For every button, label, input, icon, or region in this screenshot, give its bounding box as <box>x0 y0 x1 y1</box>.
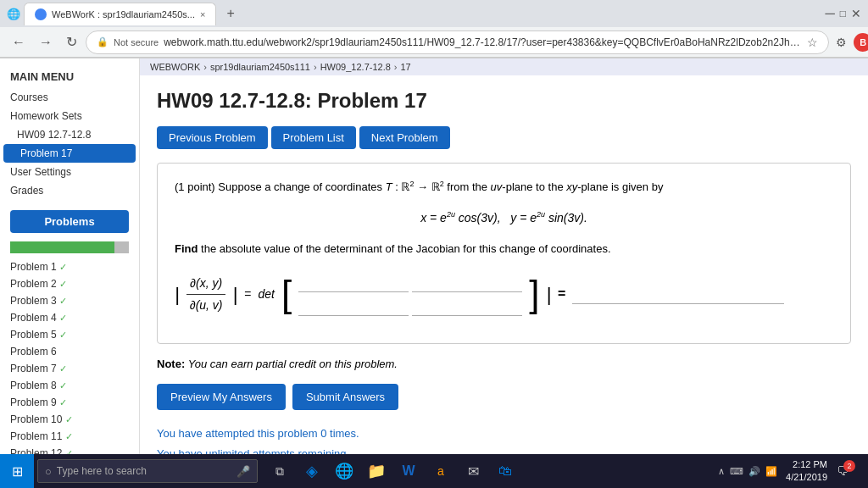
problem-list: Problem 1 ✓Problem 2 ✓Problem 3 ✓Problem… <box>0 258 139 460</box>
search-placeholder-text: Type here to search <box>57 465 231 477</box>
title-bar: 🌐 WeBWorK : spr19dlauriam2450s... × + ─ … <box>0 0 868 27</box>
extensions-button[interactable]: ⚙ <box>832 32 850 53</box>
sidebar-problem-item-3[interactable]: Problem 3 ✓ <box>0 292 139 309</box>
sidebar-problem-item-1[interactable]: Problem 1 ✓ <box>0 258 139 275</box>
keyboard-icon[interactable]: ⌨ <box>730 466 743 477</box>
tab-close-btn[interactable]: × <box>200 9 205 19</box>
browser-tab[interactable]: WeBWorK : spr19dlauriam2450s... × <box>24 3 216 25</box>
sidebar-item-hw09[interactable]: HW09 12.7-12.8 <box>0 125 139 144</box>
partial-denominator: ∂(u, v) <box>186 295 226 316</box>
sidebar-item-user-settings[interactable]: User Settings <box>0 163 139 181</box>
taskbar-pinned-icons: ⧉ ◈ 🌐 📁 W a ✉ 🛍 <box>264 454 520 488</box>
start-button[interactable]: ⊞ <box>0 454 34 488</box>
submit-button[interactable]: Submit Answers <box>292 384 398 410</box>
forward-button[interactable]: → <box>34 31 58 53</box>
restore-button[interactable]: □ <box>840 8 846 19</box>
back-button[interactable]: ← <box>7 31 31 53</box>
progress-fill <box>10 241 114 253</box>
matrix-input-3[interactable] <box>298 296 409 316</box>
bracket-right: ] <box>529 275 539 313</box>
answer-input[interactable] <box>572 284 784 304</box>
check-icon: ✓ <box>59 397 67 408</box>
close-button[interactable]: ✕ <box>851 7 861 20</box>
sidebar-problem-item-4[interactable]: Problem 4 ✓ <box>0 309 139 326</box>
abs-bar-right: | <box>233 278 238 312</box>
tab-favicon <box>35 8 47 20</box>
main-content-area: WEBWORK › spr19dlauriam2450s111 › HW09_1… <box>140 58 868 460</box>
address-bar[interactable]: 🔒 Not secure webwork.math.ttu.edu/webwor… <box>86 30 829 54</box>
sidebar-item-grades[interactable]: Grades <box>0 181 139 200</box>
problems-button[interactable]: Problems <box>10 210 129 233</box>
problem-list-button[interactable]: Problem List <box>271 126 356 149</box>
next-problem-button[interactable]: Next Problem <box>359 126 450 149</box>
speaker-icon[interactable]: 🔊 <box>748 466 760 477</box>
task-view-icon: ⧉ <box>275 464 284 479</box>
check-icon: ✓ <box>59 363 67 374</box>
check-icon: ✓ <box>59 380 67 391</box>
progress-bar-area <box>0 236 139 258</box>
main-menu-label: MAIN MENU <box>0 65 139 88</box>
microphone-icon: 🎤 <box>236 465 250 478</box>
notification-center-button[interactable]: 🗨 2 <box>836 454 861 488</box>
browser-nav-icons: ⚙ B ⋮ <box>832 32 868 53</box>
breadcrumb-item-3: HW09_12.7-12.8 <box>320 62 391 72</box>
sidebar-problem-item-2[interactable]: Problem 2 ✓ <box>0 275 139 292</box>
sidebar-item-homework[interactable]: Homework Sets <box>0 107 139 125</box>
task-view-button[interactable]: ⧉ <box>264 454 295 488</box>
matrix-input-2[interactable] <box>412 272 522 292</box>
file-explorer-button[interactable]: 📁 <box>361 454 392 488</box>
attempt-count: You have attempted this problem 0 times. <box>157 424 851 443</box>
sidebar-problem-item-9[interactable]: Problem 9 ✓ <box>0 394 139 411</box>
final-equals: = <box>558 282 565 307</box>
partial-numerator: ∂(x, y) <box>186 273 225 295</box>
up-arrow-icon[interactable]: ∧ <box>718 466 725 477</box>
amazon-icon: a <box>437 464 444 478</box>
profile-avatar[interactable]: B <box>854 33 868 52</box>
navigation-bar: ← → ↻ 🔒 Not secure webwork.math.ttu.edu/… <box>0 27 868 58</box>
sidebar-problem-item-8[interactable]: Problem 8 ✓ <box>0 377 139 394</box>
matrix-input-1[interactable] <box>298 272 409 292</box>
preview-button[interactable]: Preview My Answers <box>157 384 286 410</box>
taskbar-search-bar[interactable]: ○ Type here to search 🎤 <box>37 459 258 483</box>
breadcrumb-item-1: WEBWORK <box>150 62 200 72</box>
amazon-button[interactable]: a <box>426 454 456 488</box>
network-icon[interactable]: 📶 <box>765 466 777 477</box>
edge-button[interactable]: ◈ <box>297 454 327 488</box>
sidebar-item-courses[interactable]: Courses <box>0 88 139 107</box>
system-tray: ∧ ⌨ 🔊 📶 2:12 PM 4/21/2019 🗨 2 <box>718 454 868 488</box>
answer-buttons: Preview My Answers Submit Answers <box>157 384 851 410</box>
matrix-input-4[interactable] <box>412 296 522 316</box>
minimize-button[interactable]: ─ <box>825 6 834 21</box>
sidebar-item-problem17[interactable]: Problem 17 <box>3 144 136 163</box>
jacobian-equation: | ∂(x, y) ∂(u, v) | = det [ ] <box>175 272 833 316</box>
store-button[interactable]: 🛍 <box>490 454 520 488</box>
system-clock[interactable]: 2:12 PM 4/21/2019 <box>781 458 832 485</box>
page-title: HW09 12.7-12.8: Problem 17 <box>157 89 851 113</box>
sidebar-problem-item-11[interactable]: Problem 11 ✓ <box>0 428 139 445</box>
tab-title: WeBWorK : spr19dlauriam2450s... <box>52 9 195 19</box>
refresh-button[interactable]: ↻ <box>61 30 82 53</box>
mail-button[interactable]: ✉ <box>458 454 488 488</box>
breadcrumb: WEBWORK › spr19dlauriam2450s111 › HW09_1… <box>140 58 868 75</box>
notification-badge: 2 <box>843 460 855 472</box>
sidebar-problem-item-10[interactable]: Problem 10 ✓ <box>0 411 139 428</box>
equals-det: = <box>244 284 251 305</box>
bookmark-button[interactable]: ☆ <box>807 36 818 49</box>
note-paragraph: Note: You can earn partial credit on thi… <box>157 358 851 370</box>
problem-content: HW09 12.7-12.8: Problem 17 Previous Prob… <box>140 75 868 460</box>
progress-bar <box>10 241 129 253</box>
previous-problem-button[interactable]: Previous Problem <box>157 126 268 149</box>
word-button[interactable]: W <box>393 454 424 488</box>
check-icon: ✓ <box>65 431 73 441</box>
sidebar-problem-item-7[interactable]: Problem 7 ✓ <box>0 360 139 377</box>
clock-date: 4/21/2019 <box>786 471 827 484</box>
sidebar-problem-item-6[interactable]: Problem 6 <box>0 343 139 360</box>
check-icon: ✓ <box>59 313 67 323</box>
chrome-button[interactable]: 🌐 <box>329 454 359 488</box>
pipe-separator: | <box>546 278 551 312</box>
chrome-icon: 🌐 <box>335 462 353 480</box>
sidebar-problem-item-5[interactable]: Problem 5 ✓ <box>0 326 139 343</box>
new-tab-button[interactable]: + <box>220 1 241 26</box>
store-icon: 🛍 <box>498 463 512 479</box>
matrix-inputs <box>298 272 522 316</box>
